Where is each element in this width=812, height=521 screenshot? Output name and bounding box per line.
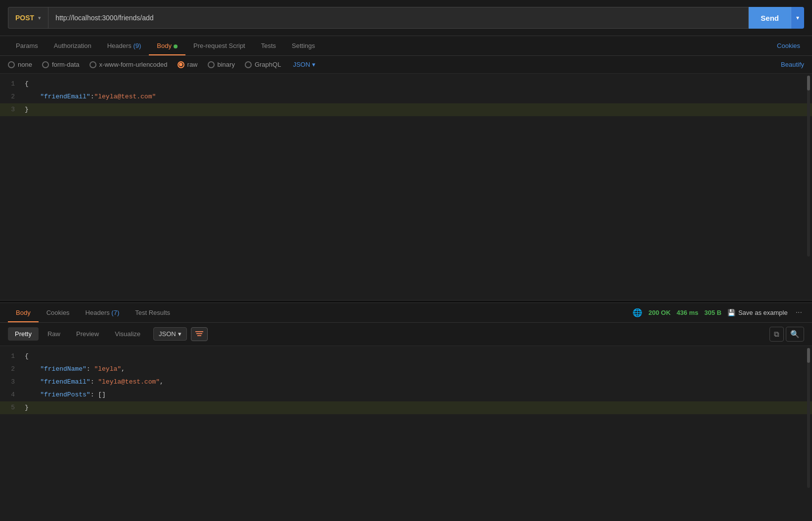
status-code: 200 OK	[648, 309, 671, 316]
send-btn-container: Send ▾	[749, 7, 804, 29]
body-active-dot	[174, 44, 178, 48]
resp-line-5: 5 }	[0, 401, 812, 414]
resp-tab-headers[interactable]: Headers (7)	[78, 303, 128, 322]
resp-json-chevron-icon: ▾	[178, 330, 181, 338]
beautify-button[interactable]: Beautify	[781, 61, 804, 68]
response-size: 305 B	[704, 309, 722, 316]
resp-line-4: 4 "friendPosts": []	[0, 389, 812, 401]
send-dropdown-button[interactable]: ▾	[791, 7, 804, 29]
search-button[interactable]: 🔍	[786, 327, 804, 342]
tab-body[interactable]: Body	[149, 36, 185, 55]
more-options-button[interactable]: ···	[794, 308, 804, 317]
radio-binary	[208, 61, 215, 68]
tab-params[interactable]: Params	[8, 36, 46, 55]
response-format-bar: Pretty Raw Preview Visualize JSON ▾	[0, 323, 812, 346]
body-type-selector: none form-data x-www-form-urlencoded raw…	[0, 56, 812, 74]
tab-headers[interactable]: Headers (9)	[99, 36, 149, 55]
radio-urlencoded	[90, 61, 96, 68]
fmt-tab-raw[interactable]: Raw	[41, 327, 67, 341]
body-type-binary[interactable]: binary	[208, 61, 235, 68]
response-tabs-bar: Body Cookies Headers (7) Test Results 🌐 …	[0, 303, 812, 323]
json-format-selector[interactable]: JSON ▾	[293, 61, 316, 68]
response-meta: 🌐 200 OK 436 ms 305 B 💾 Save as example …	[632, 308, 804, 317]
cookies-link[interactable]: Cookies	[773, 36, 804, 55]
resp-line-1: 1 {	[0, 350, 812, 363]
req-line-1: 1 {	[0, 78, 812, 90]
response-section: Body Cookies Headers (7) Test Results 🌐 …	[0, 303, 812, 521]
fmt-tab-visualize[interactable]: Visualize	[108, 327, 147, 341]
tab-tests[interactable]: Tests	[253, 36, 284, 55]
method-selector[interactable]: POST ▾	[8, 7, 48, 29]
body-type-urlencoded[interactable]: x-www-form-urlencoded	[90, 61, 168, 68]
tab-settings[interactable]: Settings	[284, 36, 323, 55]
editor-scrollbar[interactable]	[807, 76, 810, 257]
body-type-graphql[interactable]: GraphQL	[245, 61, 281, 68]
filter-icon-button[interactable]	[191, 327, 208, 341]
save-icon: 💾	[727, 309, 735, 316]
radio-graphql	[245, 61, 252, 68]
resp-editor-scrollbar-thumb	[807, 348, 810, 363]
fmt-tab-pretty[interactable]: Pretty	[8, 327, 39, 341]
resp-tab-test-results[interactable]: Test Results	[127, 303, 178, 322]
resp-editor-scrollbar[interactable]	[807, 348, 810, 488]
response-time: 436 ms	[677, 309, 698, 316]
globe-icon: 🌐	[632, 308, 642, 317]
body-type-raw[interactable]: raw	[178, 61, 198, 68]
body-type-form-data[interactable]: form-data	[42, 61, 80, 68]
json-chevron-icon: ▾	[312, 61, 316, 68]
method-label: POST	[15, 14, 34, 22]
resp-line-3: 3 "friendEmail": "leyla@test.com",	[0, 376, 812, 389]
response-code-editor[interactable]: 1 { 2 "friendName": "leyla", 3 "friendEm…	[0, 346, 812, 521]
copy-button[interactable]: ⧉	[769, 327, 784, 342]
tab-authorization[interactable]: Authorization	[46, 36, 99, 55]
method-chevron-icon: ▾	[38, 15, 41, 21]
radio-form-data	[42, 61, 49, 68]
url-bar: POST ▾ Send ▾	[0, 0, 812, 36]
req-line-2: 2 "friendEmail":"leyla@test.com"	[0, 90, 812, 103]
editor-scrollbar-thumb	[807, 76, 810, 90]
app-container: POST ▾ Send ▾ Params Authorization Heade…	[0, 0, 812, 521]
request-code-editor[interactable]: 1 { 2 "friendEmail":"leyla@test.com" 3 }	[0, 74, 812, 300]
body-type-none[interactable]: none	[8, 61, 32, 68]
response-json-selector[interactable]: JSON ▾	[153, 327, 187, 341]
fmt-tab-preview[interactable]: Preview	[69, 327, 106, 341]
tab-pre-request-script[interactable]: Pre-request Script	[185, 36, 253, 55]
resp-tab-body[interactable]: Body	[8, 303, 39, 322]
save-example-button[interactable]: 💾 Save as example	[727, 309, 788, 316]
radio-raw	[178, 61, 184, 68]
req-line-3: 3 }	[0, 103, 812, 116]
request-tabs: Params Authorization Headers (9) Body Pr…	[0, 36, 812, 56]
resp-line-2: 2 "friendName": "leyla",	[0, 363, 812, 376]
radio-none	[8, 61, 15, 68]
send-button[interactable]: Send	[749, 7, 791, 29]
url-input[interactable]	[48, 7, 749, 29]
resp-tab-cookies[interactable]: Cookies	[39, 303, 78, 322]
